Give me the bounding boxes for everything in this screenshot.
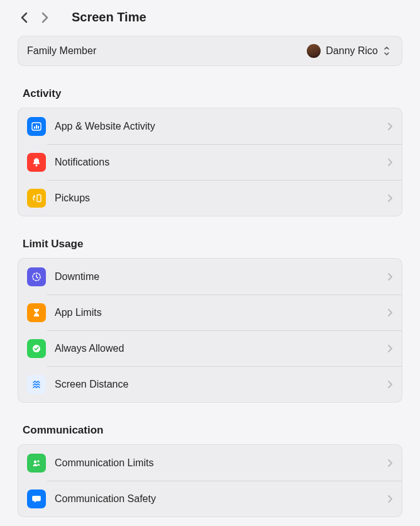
svg-point-8: [34, 460, 36, 462]
section-title: Communication: [23, 424, 402, 437]
row-label: Communication Limits: [55, 457, 379, 469]
row-label: App Limits: [55, 307, 379, 318]
chevron-right-icon: [387, 344, 393, 353]
row-pickups[interactable]: Pickups: [18, 180, 402, 216]
svg-point-4: [35, 164, 37, 166]
row-downtime[interactable]: Downtime: [18, 259, 402, 294]
svg-rect-1: [34, 126, 35, 129]
list: Communication Limits Communication Safet…: [18, 444, 402, 517]
family-member-value: Danny Rico: [307, 44, 393, 58]
back-button[interactable]: [18, 11, 31, 25]
section-limit-usage: Limit Usage Downtime: [18, 238, 402, 403]
row-app-website-activity[interactable]: App & Website Activity: [18, 108, 402, 144]
family-member-name: Danny Rico: [326, 45, 378, 57]
header: Screen Time: [0, 0, 420, 36]
chevron-right-icon: [387, 272, 393, 281]
row-communication-limits[interactable]: Communication Limits: [18, 445, 402, 481]
row-label: Always Allowed: [55, 343, 379, 354]
svg-rect-3: [38, 126, 39, 129]
waves-icon: [27, 375, 46, 394]
svg-point-9: [37, 460, 39, 462]
avatar: [307, 44, 321, 58]
section-title: Limit Usage: [23, 238, 402, 250]
checkmark-shield-icon: [27, 339, 46, 358]
chevron-right-icon: [387, 308, 393, 317]
forward-button: [38, 11, 52, 25]
section-title: Activity: [23, 87, 402, 100]
bell-icon: [27, 153, 46, 172]
hourglass-icon: [27, 303, 46, 322]
pickups-icon: [27, 189, 46, 208]
row-screen-distance[interactable]: Screen Distance: [18, 366, 402, 402]
family-member-selector[interactable]: Family Member Danny Rico: [18, 36, 402, 66]
chevron-right-icon: [387, 380, 393, 389]
family-member-label: Family Member: [27, 45, 96, 57]
chevron-right-icon: [387, 158, 393, 167]
up-down-icon: [383, 45, 393, 57]
section-communication: Communication Communication Limits: [18, 424, 402, 517]
chevron-right-icon: [387, 459, 393, 467]
screen-time-pane: Screen Time Family Member Danny Rico Act…: [0, 0, 420, 526]
chevron-right-icon: [387, 495, 393, 503]
list: Downtime App Limits: [18, 258, 402, 403]
chevron-right-icon: [387, 194, 393, 203]
list: App & Website Activity Notifications: [18, 108, 402, 216]
speech-bubble-icon: [27, 490, 46, 508]
row-always-allowed[interactable]: Always Allowed: [18, 330, 402, 366]
row-notifications[interactable]: Notifications: [18, 144, 402, 180]
row-label: Screen Distance: [55, 379, 379, 390]
row-label: Communication Safety: [55, 493, 379, 505]
row-communication-safety[interactable]: Communication Safety: [18, 481, 402, 517]
chevron-right-icon: [387, 122, 393, 131]
clock-icon: [27, 267, 46, 286]
chart-bars-icon: [27, 117, 46, 136]
section-activity: Activity App & Website Activity: [18, 87, 402, 216]
page-title: Screen Time: [72, 10, 146, 25]
row-label: Downtime: [55, 271, 379, 283]
row-label: Pickups: [55, 193, 379, 204]
row-label: Notifications: [55, 157, 379, 168]
row-label: App & Website Activity: [55, 121, 379, 132]
svg-rect-2: [36, 125, 37, 128]
row-app-limits[interactable]: App Limits: [18, 294, 402, 330]
svg-rect-5: [37, 194, 41, 201]
content: Family Member Danny Rico Activity: [0, 36, 420, 517]
communication-icon: [27, 454, 46, 473]
